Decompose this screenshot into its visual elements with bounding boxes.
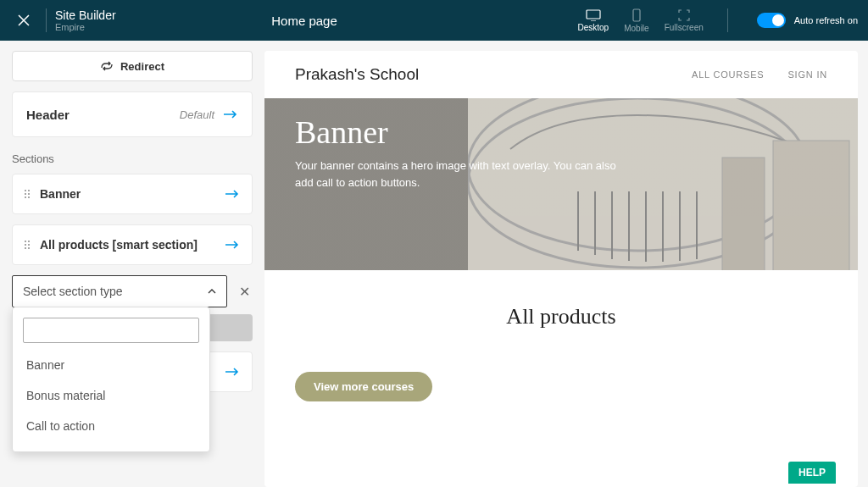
select-section-type[interactable]: Select section type [12, 275, 227, 307]
divider [727, 8, 728, 32]
top-bar: Site Builder Empire Home page Desktop Mo… [0, 0, 868, 41]
arrow-right-icon [223, 109, 238, 119]
nav-all-courses[interactable]: ALL COURSES [692, 69, 764, 80]
view-desktop-label: Desktop [577, 23, 609, 32]
banner-description: Your banner contains a hero image with t… [295, 158, 617, 191]
arrow-right-icon [225, 367, 240, 377]
toggle-switch-icon [757, 13, 786, 28]
view-switcher: Desktop Mobile Fullscreen Auto refresh o… [577, 8, 858, 33]
preview-pane: Prakash's School ALL COURSES SIGN IN [264, 51, 858, 487]
dropdown-search-input[interactable] [23, 318, 199, 343]
dropdown-item-banner[interactable]: Banner [23, 350, 199, 380]
section-row-all-products[interactable]: All products [smart section] [12, 224, 253, 265]
drag-handle-icon[interactable] [25, 241, 30, 249]
select-close-button[interactable]: ✕ [236, 284, 253, 300]
site-name[interactable]: Prakash's School [295, 65, 419, 84]
section-row-banner[interactable]: Banner [12, 174, 253, 214]
auto-refresh-toggle[interactable]: Auto refresh on [757, 13, 858, 28]
redirect-button[interactable]: Redirect [12, 51, 253, 81]
help-button[interactable]: HELP [788, 462, 836, 484]
header-default-label: Default [180, 108, 214, 121]
main-area: Redirect Header Default Sections Banner [0, 41, 868, 487]
header-label: Header [26, 108, 70, 122]
view-mobile-label: Mobile [624, 24, 648, 33]
auto-refresh-label: Auto refresh on [794, 15, 858, 25]
view-desktop[interactable]: Desktop [577, 9, 609, 32]
preview-site-header: Prakash's School ALL COURSES SIGN IN [264, 51, 858, 98]
view-fullscreen[interactable]: Fullscreen [665, 9, 704, 32]
header-right: Default [180, 108, 238, 121]
svg-rect-0 [587, 10, 600, 19]
drag-handle-icon[interactable] [25, 190, 30, 198]
mobile-icon [632, 8, 641, 22]
view-more-courses-button[interactable]: View more courses [295, 372, 432, 401]
products-title: All products [506, 304, 615, 329]
header-section-row[interactable]: Header Default [12, 91, 253, 137]
svg-rect-1 [633, 9, 640, 21]
section-type-dropdown: Banner Bonus material Call to action [12, 307, 210, 452]
dropdown-item-call-to-action[interactable]: Call to action [23, 411, 199, 441]
select-placeholder: Select section type [23, 285, 123, 298]
page-name[interactable]: Home page [31, 14, 578, 28]
chevron-up-icon [208, 289, 216, 294]
redirect-label: Redirect [120, 60, 164, 73]
arrow-right-icon [225, 240, 240, 250]
section-label: All products [smart section] [40, 238, 214, 252]
sidebar: Redirect Header Default Sections Banner [0, 41, 264, 487]
view-mobile[interactable]: Mobile [624, 8, 648, 33]
desktop-icon [586, 9, 601, 21]
sections-title: Sections [12, 152, 253, 165]
redirect-icon [100, 61, 114, 71]
svg-rect-6 [722, 158, 765, 270]
all-products-section[interactable]: All products View more courses [264, 270, 858, 487]
svg-rect-5 [773, 141, 849, 270]
site-nav: ALL COURSES SIGN IN [692, 69, 827, 80]
close-x-icon [18, 14, 30, 26]
banner-section[interactable]: Banner Your banner contains a hero image… [264, 98, 858, 270]
select-section-row: Select section type ✕ Banner Bonus mater… [12, 275, 253, 307]
arrow-right-icon [225, 189, 240, 199]
nav-sign-in[interactable]: SIGN IN [787, 69, 827, 80]
view-fullscreen-label: Fullscreen [665, 23, 704, 32]
fullscreen-icon [678, 9, 690, 21]
banner-title: Banner [295, 113, 827, 151]
section-label: Banner [40, 187, 214, 201]
dropdown-item-bonus-material[interactable]: Bonus material [23, 380, 199, 411]
